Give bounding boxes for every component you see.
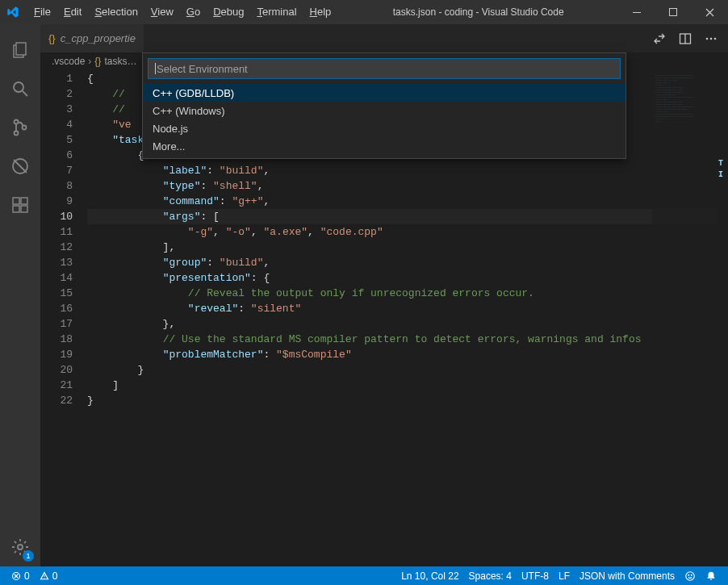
svg-point-12 [18, 545, 23, 549]
breadcrumb-file[interactable]: tasks… [104, 56, 136, 67]
window-controls [619, 0, 728, 24]
svg-point-6 [23, 126, 27, 130]
status-feedback-icon[interactable] [680, 570, 701, 582]
activity-extensions[interactable] [0, 186, 40, 224]
window-title: tasks.json - coding - Visual Studio Code [337, 6, 619, 18]
line-number-gutter: 12345678910111213141516171819202122 [40, 70, 87, 566]
vscode-logo-icon [6, 6, 19, 19]
status-encoding[interactable]: UTF-8 [517, 570, 554, 582]
svg-rect-2 [16, 43, 26, 55]
status-warnings[interactable]: 0 [35, 570, 63, 582]
status-line-col[interactable]: Ln 10, Col 22 [396, 570, 463, 582]
activity-scm[interactable] [0, 108, 40, 147]
quick-pick-list: C++ (GDB/LLDB) C++ (Windows) Node.js Mor… [143, 84, 625, 158]
svg-point-19 [688, 575, 689, 575]
tab-label: c_cpp_propertie [61, 32, 136, 44]
svg-point-15 [710, 37, 713, 40]
editor-area: {} c_cpp_propertie .vscode › {} tasks… 1… [40, 24, 728, 566]
quick-pick-input[interactable]: Select Environment [148, 58, 621, 79]
settings-badge: 1 [23, 550, 34, 562]
menu-edit[interactable]: Edit [57, 0, 88, 24]
activity-explorer[interactable] [0, 31, 40, 69]
minimap[interactable]: ▪▪▪▪▪▪▪▪▪▪▪▪▪▪▪▪▪▪▪▪▪▪▪▪▪▪▪▪▪▪▪▪▪▪▪▪▪▪▪▪… [652, 70, 717, 566]
svg-point-18 [686, 571, 695, 580]
activity-settings[interactable]: 1 [0, 528, 40, 566]
main-menu: File Edit Selection View Go Debug Termin… [27, 0, 337, 24]
quick-pick-placeholder: Select Environment [157, 63, 248, 75]
svg-rect-0 [633, 12, 641, 13]
svg-point-20 [691, 575, 692, 575]
maximize-button[interactable] [655, 0, 692, 24]
more-actions-icon[interactable] [702, 30, 720, 48]
menu-debug[interactable]: Debug [207, 0, 250, 24]
menu-view[interactable]: View [144, 0, 180, 24]
status-language[interactable]: JSON with Comments [575, 570, 680, 582]
quick-pick-item[interactable]: C++ (Windows) [143, 102, 625, 119]
activity-bar: 1 [0, 24, 40, 566]
svg-rect-11 [21, 206, 27, 212]
activity-search[interactable] [0, 69, 40, 108]
svg-point-16 [714, 37, 717, 40]
status-eol[interactable]: LF [554, 570, 575, 582]
compare-icon[interactable] [651, 30, 668, 48]
quick-pick: Select Environment C++ (GDB/LLDB) C++ (W… [142, 52, 626, 159]
svg-rect-8 [13, 198, 19, 204]
overview-ruler-mark: I [718, 170, 726, 182]
activity-debug[interactable] [0, 147, 40, 186]
title-bar: File Edit Selection View Go Debug Termin… [0, 0, 728, 24]
breadcrumb-folder[interactable]: .vscode [52, 56, 85, 67]
json-icon: {} [94, 56, 101, 67]
svg-rect-9 [21, 198, 27, 204]
svg-rect-10 [13, 206, 19, 212]
status-notifications-icon[interactable] [701, 570, 722, 582]
menu-file[interactable]: File [27, 0, 57, 24]
tab-bar: {} c_cpp_propertie [40, 24, 728, 52]
minimize-button[interactable] [619, 0, 655, 24]
svg-point-5 [15, 132, 19, 136]
vertical-scrollbar[interactable] [717, 70, 728, 566]
quick-pick-item[interactable]: C++ (GDB/LLDB) [143, 84, 625, 102]
text-cursor [155, 63, 156, 74]
overview-ruler-mark: T [718, 159, 726, 170]
json-icon: {} [48, 32, 56, 44]
split-editor-icon[interactable] [676, 30, 694, 48]
quick-pick-item[interactable]: Node.js [143, 119, 625, 137]
quick-pick-item[interactable]: More... [143, 137, 625, 155]
close-button[interactable] [692, 0, 728, 24]
status-errors[interactable]: 0 [6, 570, 35, 582]
menu-selection[interactable]: Selection [88, 0, 144, 24]
chevron-right-icon: › [88, 56, 91, 67]
menu-help[interactable]: Help [303, 0, 338, 24]
menu-go[interactable]: Go [180, 0, 207, 24]
svg-point-3 [14, 82, 23, 92]
tab-c-cpp-properties[interactable]: {} c_cpp_propertie [40, 24, 144, 52]
status-bar: 0 0 Ln 10, Col 22 Spaces: 4 UTF-8 LF JSO… [0, 566, 728, 585]
editor-actions [651, 30, 728, 48]
svg-point-4 [15, 120, 19, 124]
svg-rect-1 [670, 8, 677, 15]
status-indent[interactable]: Spaces: 4 [464, 570, 517, 582]
menu-terminal[interactable]: Terminal [250, 0, 303, 24]
svg-point-14 [706, 37, 709, 40]
